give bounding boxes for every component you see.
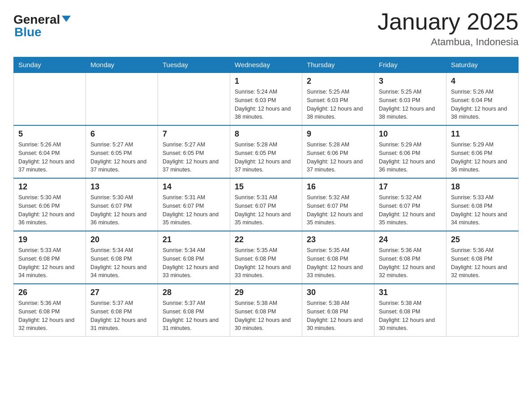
day-number: 23: [307, 235, 369, 244]
day-number: 25: [451, 235, 514, 244]
day-number: 3: [379, 77, 442, 86]
day-cell: 8Sunrise: 5:28 AM Sunset: 6:05 PM Daylig…: [230, 125, 302, 178]
day-number: 9: [307, 129, 369, 139]
day-info: Sunrise: 5:32 AM Sunset: 6:07 PM Dayligh…: [379, 193, 442, 227]
day-number: 31: [379, 288, 442, 297]
day-number: 30: [307, 288, 369, 297]
day-cell: 9Sunrise: 5:28 AM Sunset: 6:06 PM Daylig…: [302, 125, 374, 178]
day-cell: 24Sunrise: 5:36 AM Sunset: 6:08 PM Dayli…: [374, 231, 446, 284]
day-number: 7: [163, 129, 225, 139]
day-number: 29: [235, 288, 297, 297]
logo-triangle-icon: [62, 16, 71, 22]
day-number: 5: [18, 129, 81, 139]
day-number: 16: [307, 182, 369, 192]
day-cell: [86, 73, 158, 125]
day-cell: 17Sunrise: 5:32 AM Sunset: 6:07 PM Dayli…: [374, 178, 446, 231]
header: General Blue January 2025 Atambua, Indon…: [13, 9, 519, 48]
day-cell: 2Sunrise: 5:25 AM Sunset: 6:03 PM Daylig…: [302, 73, 374, 125]
day-info: Sunrise: 5:25 AM Sunset: 6:03 PM Dayligh…: [307, 88, 369, 121]
day-info: Sunrise: 5:38 AM Sunset: 6:08 PM Dayligh…: [307, 299, 369, 333]
day-info: Sunrise: 5:36 AM Sunset: 6:08 PM Dayligh…: [379, 246, 442, 280]
day-cell: 20Sunrise: 5:34 AM Sunset: 6:08 PM Dayli…: [86, 231, 158, 284]
day-cell: [14, 73, 86, 125]
day-cell: 11Sunrise: 5:29 AM Sunset: 6:06 PM Dayli…: [446, 125, 519, 178]
day-number: 20: [90, 235, 153, 244]
week-row-4: 19Sunrise: 5:33 AM Sunset: 6:08 PM Dayli…: [14, 231, 519, 284]
week-row-3: 12Sunrise: 5:30 AM Sunset: 6:06 PM Dayli…: [14, 178, 519, 231]
day-info: Sunrise: 5:34 AM Sunset: 6:08 PM Dayligh…: [90, 246, 153, 280]
col-header-saturday: Saturday: [446, 57, 519, 73]
day-number: 28: [163, 288, 225, 297]
day-info: Sunrise: 5:37 AM Sunset: 6:08 PM Dayligh…: [90, 299, 153, 333]
week-row-5: 26Sunrise: 5:36 AM Sunset: 6:08 PM Dayli…: [14, 284, 519, 337]
day-info: Sunrise: 5:38 AM Sunset: 6:08 PM Dayligh…: [379, 299, 442, 333]
day-info: Sunrise: 5:33 AM Sunset: 6:08 PM Dayligh…: [451, 193, 514, 227]
day-number: 6: [90, 129, 153, 139]
header-row: SundayMondayTuesdayWednesdayThursdayFrid…: [14, 57, 519, 73]
day-info: Sunrise: 5:25 AM Sunset: 6:03 PM Dayligh…: [379, 88, 442, 121]
day-info: Sunrise: 5:30 AM Sunset: 6:06 PM Dayligh…: [18, 193, 81, 227]
day-info: Sunrise: 5:36 AM Sunset: 6:08 PM Dayligh…: [18, 299, 81, 333]
col-header-sunday: Sunday: [14, 57, 86, 73]
day-number: 11: [451, 129, 514, 139]
day-cell: 5Sunrise: 5:26 AM Sunset: 6:04 PM Daylig…: [14, 125, 86, 178]
day-cell: 25Sunrise: 5:36 AM Sunset: 6:08 PM Dayli…: [446, 231, 519, 284]
col-header-monday: Monday: [86, 57, 158, 73]
day-number: 26: [18, 288, 81, 297]
day-cell: 10Sunrise: 5:29 AM Sunset: 6:06 PM Dayli…: [374, 125, 446, 178]
day-number: 18: [451, 182, 514, 192]
day-info: Sunrise: 5:35 AM Sunset: 6:08 PM Dayligh…: [235, 246, 297, 280]
day-cell: 26Sunrise: 5:36 AM Sunset: 6:08 PM Dayli…: [14, 284, 86, 337]
logo: General Blue: [13, 9, 71, 39]
day-cell: 18Sunrise: 5:33 AM Sunset: 6:08 PM Dayli…: [446, 178, 519, 231]
day-cell: 27Sunrise: 5:37 AM Sunset: 6:08 PM Dayli…: [86, 284, 158, 337]
day-number: 19: [18, 235, 81, 244]
day-cell: 28Sunrise: 5:37 AM Sunset: 6:08 PM Dayli…: [158, 284, 230, 337]
day-info: Sunrise: 5:29 AM Sunset: 6:06 PM Dayligh…: [379, 141, 442, 174]
day-cell: 23Sunrise: 5:35 AM Sunset: 6:08 PM Dayli…: [302, 231, 374, 284]
day-cell: 22Sunrise: 5:35 AM Sunset: 6:08 PM Dayli…: [230, 231, 302, 284]
day-info: Sunrise: 5:28 AM Sunset: 6:06 PM Dayligh…: [307, 141, 369, 174]
day-info: Sunrise: 5:36 AM Sunset: 6:08 PM Dayligh…: [451, 246, 514, 280]
day-info: Sunrise: 5:26 AM Sunset: 6:04 PM Dayligh…: [18, 141, 81, 174]
day-number: 24: [379, 235, 442, 244]
day-info: Sunrise: 5:33 AM Sunset: 6:08 PM Dayligh…: [18, 246, 81, 280]
day-cell: 7Sunrise: 5:27 AM Sunset: 6:05 PM Daylig…: [158, 125, 230, 178]
day-number: 27: [90, 288, 153, 297]
day-cell: 29Sunrise: 5:38 AM Sunset: 6:08 PM Dayli…: [230, 284, 302, 337]
col-header-tuesday: Tuesday: [158, 57, 230, 73]
day-number: 21: [163, 235, 225, 244]
col-header-friday: Friday: [374, 57, 446, 73]
day-info: Sunrise: 5:29 AM Sunset: 6:06 PM Dayligh…: [451, 141, 514, 174]
day-info: Sunrise: 5:35 AM Sunset: 6:08 PM Dayligh…: [307, 246, 369, 280]
day-info: Sunrise: 5:38 AM Sunset: 6:08 PM Dayligh…: [235, 299, 297, 333]
day-info: Sunrise: 5:30 AM Sunset: 6:07 PM Dayligh…: [90, 193, 153, 227]
day-cell: 3Sunrise: 5:25 AM Sunset: 6:03 PM Daylig…: [374, 73, 446, 125]
col-header-wednesday: Wednesday: [230, 57, 302, 73]
day-cell: 21Sunrise: 5:34 AM Sunset: 6:08 PM Dayli…: [158, 231, 230, 284]
day-number: 8: [235, 129, 297, 139]
calendar-table: SundayMondayTuesdayWednesdayThursdayFrid…: [13, 57, 519, 337]
title-area: January 2025 Atambua, Indonesia: [378, 9, 519, 48]
day-info: Sunrise: 5:32 AM Sunset: 6:07 PM Dayligh…: [307, 193, 369, 227]
day-info: Sunrise: 5:24 AM Sunset: 6:03 PM Dayligh…: [235, 88, 297, 121]
day-info: Sunrise: 5:26 AM Sunset: 6:04 PM Dayligh…: [451, 88, 514, 121]
day-cell: [446, 284, 519, 337]
day-number: 1: [235, 77, 297, 86]
logo-blue-text: Blue: [14, 26, 42, 39]
day-info: Sunrise: 5:37 AM Sunset: 6:08 PM Dayligh…: [163, 299, 225, 333]
day-number: 13: [90, 182, 153, 192]
day-cell: 1Sunrise: 5:24 AM Sunset: 6:03 PM Daylig…: [230, 73, 302, 125]
day-number: 15: [235, 182, 297, 192]
day-info: Sunrise: 5:31 AM Sunset: 6:07 PM Dayligh…: [235, 193, 297, 227]
day-cell: 6Sunrise: 5:27 AM Sunset: 6:05 PM Daylig…: [86, 125, 158, 178]
day-number: 12: [18, 182, 81, 192]
day-cell: 14Sunrise: 5:31 AM Sunset: 6:07 PM Dayli…: [158, 178, 230, 231]
day-cell: 15Sunrise: 5:31 AM Sunset: 6:07 PM Dayli…: [230, 178, 302, 231]
day-number: 2: [307, 77, 369, 86]
day-info: Sunrise: 5:34 AM Sunset: 6:08 PM Dayligh…: [163, 246, 225, 280]
day-number: 22: [235, 235, 297, 244]
day-cell: 4Sunrise: 5:26 AM Sunset: 6:04 PM Daylig…: [446, 73, 519, 125]
day-cell: [158, 73, 230, 125]
day-info: Sunrise: 5:27 AM Sunset: 6:05 PM Dayligh…: [90, 141, 153, 174]
